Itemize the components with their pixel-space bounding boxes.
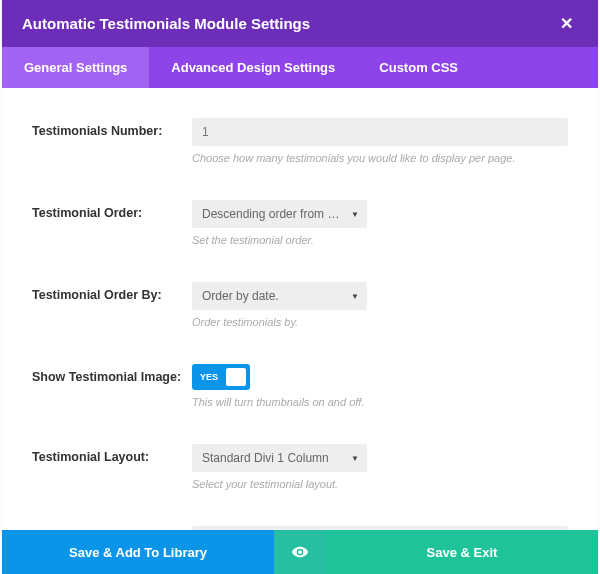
save-library-button[interactable]: Save & Add To Library [2,530,274,574]
tab-advanced[interactable]: Advanced Design Settings [149,47,357,88]
tab-general[interactable]: General Settings [2,47,149,88]
help-layout: Select your testimonial layout. [192,478,568,490]
tabs-bar: General Settings Advanced Design Setting… [2,47,598,88]
preview-button[interactable] [274,530,326,574]
field-layout: Testimonial Layout: Standard Divi 1 Colu… [32,444,568,490]
label-show-image: Show Testimonial Image: [32,364,192,384]
field-show-image: Show Testimonial Image: YES This will tu… [32,364,568,408]
field-testimonial-order-by: Testimonial Order By: Order by date. ▼ O… [32,282,568,328]
select-layout[interactable]: Standard Divi 1 Column [192,444,367,472]
settings-modal: Automatic Testimonials Module Settings ✕… [2,0,598,574]
toggle-yes-label: YES [200,372,218,382]
modal-footer: Save & Add To Library Save & Exit [2,530,598,574]
field-testimonial-order: Testimonial Order: Descending order from… [32,200,568,246]
label-testimonial-order: Testimonial Order: [32,200,192,220]
label-testimonials-number: Testimonials Number: [32,118,192,138]
toggle-knob [226,368,246,386]
close-button[interactable]: ✕ [554,14,578,33]
help-show-image: This will turn thumbnails on and off. [192,396,568,408]
modal-header: Automatic Testimonials Module Settings ✕ [2,0,598,47]
toggle-show-image[interactable]: YES [192,364,250,390]
label-layout: Testimonial Layout: [32,444,192,464]
tab-custom-css[interactable]: Custom CSS [357,47,480,88]
field-testimonials-number: Testimonials Number: Choose how many tes… [32,118,568,164]
modal-title: Automatic Testimonials Module Settings [22,15,310,32]
select-testimonial-order[interactable]: Descending order from highest to lowe [192,200,367,228]
help-testimonials-number: Choose how many testimonials you would l… [192,152,568,164]
settings-body[interactable]: Testimonials Number: Choose how many tes… [2,88,598,530]
help-testimonial-order: Set the testimonial order. [192,234,568,246]
label-testimonial-order-by: Testimonial Order By: [32,282,192,302]
select-testimonial-order-by[interactable]: Order by date. [192,282,367,310]
help-testimonial-order-by: Order testimonials by. [192,316,568,328]
input-testimonials-number[interactable] [192,118,568,146]
save-exit-button[interactable]: Save & Exit [326,530,598,574]
eye-icon [291,543,309,561]
